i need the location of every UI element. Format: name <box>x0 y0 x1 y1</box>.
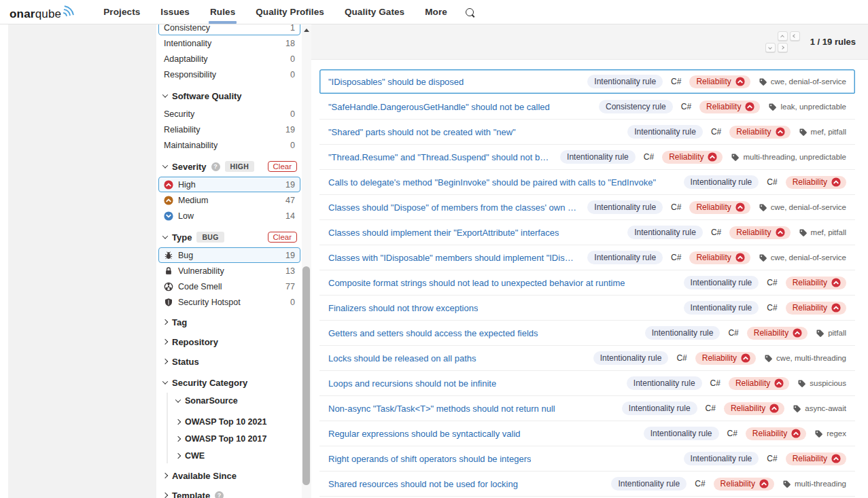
reliability-pill[interactable]: Reliability <box>689 75 750 88</box>
attribute-pill[interactable]: Intentionality rule <box>627 376 702 390</box>
scroll-up-arrow-icon[interactable] <box>304 29 309 32</box>
rule-row[interactable]: Locks should be released on all pathsInt… <box>319 346 855 371</box>
language-label[interactable]: C# <box>671 253 681 262</box>
rule-tags[interactable]: cwe, multi-threading <box>764 354 846 363</box>
reliability-pill[interactable]: Reliability <box>729 377 789 390</box>
attribute-pill[interactable]: Intentionality rule <box>645 326 721 340</box>
attribute-pill[interactable]: Intentionality rule <box>644 427 719 440</box>
clear-type-filter-button[interactable]: Clear <box>268 232 297 243</box>
nav-item-quality-profiles[interactable]: Quality Profiles <box>245 0 334 24</box>
reliability-pill[interactable]: Reliability <box>662 151 723 164</box>
rule-row[interactable]: "Thread.Resume" and "Thread.Suspend" sho… <box>319 145 855 170</box>
language-label[interactable]: C# <box>711 228 721 237</box>
facet-header-tag[interactable]: Tag <box>163 315 297 330</box>
attribute-pill[interactable]: Intentionality rule <box>684 301 759 315</box>
rule-title-link[interactable]: Non-async "Task/Task<T>" methods should … <box>328 404 555 414</box>
rule-tags[interactable]: cwe, denial-of-service <box>759 203 846 212</box>
rule-title-link[interactable]: Right operands of shift operators should… <box>328 454 531 464</box>
language-label[interactable]: C# <box>767 278 777 287</box>
reliability-pill[interactable]: Reliability <box>714 478 774 491</box>
rule-row[interactable]: Composite format strings should not lead… <box>319 270 855 296</box>
facet-value-security[interactable]: Security0 <box>158 106 300 122</box>
language-label[interactable]: C# <box>676 353 687 363</box>
nav-item-issues[interactable]: Issues <box>150 0 200 24</box>
rule-row[interactable]: "SafeHandle.DangerousGetHandle" should n… <box>319 94 855 120</box>
facet-header-available-since[interactable]: Available Since <box>163 468 297 483</box>
language-label[interactable]: C# <box>671 77 681 86</box>
attribute-pill[interactable]: Intentionality rule <box>684 276 759 289</box>
attribute-pill[interactable]: Intentionality rule <box>611 477 687 491</box>
rule-tags[interactable]: pitfall <box>816 329 846 338</box>
rule-title-link[interactable]: Getters and setters should access the ex… <box>328 328 538 338</box>
language-label[interactable]: C# <box>706 404 716 413</box>
reliability-pill[interactable]: Reliability <box>699 101 760 113</box>
attribute-pill[interactable]: Intentionality rule <box>627 226 703 239</box>
attribute-pill[interactable]: Intentionality rule <box>587 75 663 88</box>
attribute-pill[interactable]: Intentionality rule <box>587 251 663 264</box>
reliability-pill[interactable]: Reliability <box>747 327 808 340</box>
rule-row[interactable]: Classes with "IDisposable" members shoul… <box>319 245 855 270</box>
language-label[interactable]: C# <box>644 152 654 162</box>
rule-tags[interactable]: leak, unpredictable <box>768 103 846 111</box>
rule-tags[interactable]: multi-threading <box>782 480 846 488</box>
rule-tags[interactable]: suspicious <box>797 379 846 388</box>
rule-row[interactable]: Classes should "Dispose" of members from… <box>319 195 855 220</box>
rule-title-link[interactable]: Regular expressions should be syntactica… <box>328 429 521 439</box>
reliability-pill[interactable]: Reliability <box>746 427 806 440</box>
facet-value-adaptability[interactable]: Adaptability0 <box>158 51 300 67</box>
facet-value-consistency[interactable]: Consistency1 <box>158 24 300 35</box>
facet-header-type[interactable]: TypeBUGClear <box>163 230 297 245</box>
rule-row[interactable]: Finalizers should not throw exceptionsIn… <box>319 296 855 321</box>
language-label[interactable]: C# <box>767 454 777 463</box>
search-button[interactable] <box>457 8 482 16</box>
reliability-pill[interactable]: Reliability <box>689 251 750 264</box>
nav-item-rules[interactable]: Rules <box>200 0 245 24</box>
facet-header-template[interactable]: Template? <box>163 488 297 498</box>
facet-value-security-hotspot[interactable]: Security Hotspot0 <box>158 294 300 310</box>
facet-value-medium[interactable]: Medium47 <box>158 192 300 208</box>
reliability-pill[interactable]: Reliability <box>724 402 784 415</box>
language-label[interactable]: C# <box>767 177 777 187</box>
reliability-pill[interactable]: Reliability <box>729 226 790 239</box>
rule-title-link[interactable]: Composite format strings should not lead… <box>328 278 625 288</box>
rule-row[interactable]: Right operands of shift operators should… <box>319 446 855 472</box>
rule-row[interactable]: Shared resources should not be used for … <box>319 472 855 497</box>
rule-row[interactable]: "Shared" parts should not be created wit… <box>319 120 855 145</box>
rule-title-link[interactable]: "Thread.Resume" and "Thread.Suspend" sho… <box>328 152 551 162</box>
reliability-pill[interactable]: Reliability <box>786 452 846 465</box>
rule-tags[interactable]: cwe, denial-of-service <box>759 77 846 86</box>
facet-header-cwe[interactable]: CWE <box>176 448 300 463</box>
facet-value-responsibility[interactable]: Responsibility0 <box>158 67 300 82</box>
rule-row[interactable]: Getters and setters should access the ex… <box>319 321 855 346</box>
facet-value-vulnerability[interactable]: Vulnerability13 <box>158 263 300 279</box>
clear-severity-filter-button[interactable]: Clear <box>268 161 297 172</box>
rule-row[interactable]: Regular expressions should be syntactica… <box>319 421 855 446</box>
rule-row[interactable]: Classes should implement their "ExportAt… <box>319 220 855 245</box>
facet-value-intentionality[interactable]: Intentionality18 <box>158 35 300 51</box>
attribute-pill[interactable]: Intentionality rule <box>560 150 636 164</box>
rule-title-link[interactable]: "SafeHandle.DangerousGetHandle" should n… <box>328 102 550 112</box>
facet-value-reliability[interactable]: Reliability19 <box>158 122 300 137</box>
rule-title-link[interactable]: Classes with "IDisposable" members shoul… <box>328 253 578 263</box>
help-icon[interactable]: ? <box>215 491 224 498</box>
rule-tags[interactable]: regex <box>814 429 846 438</box>
reliability-pill[interactable]: Reliability <box>695 352 756 365</box>
facet-value-bug[interactable]: Bug19 <box>158 247 300 263</box>
language-label[interactable]: C# <box>711 127 721 137</box>
rule-tags[interactable]: mef, pitfall <box>799 228 846 237</box>
facet-value-maintainability[interactable]: Maintainability0 <box>158 137 300 153</box>
reliability-pill[interactable]: Reliability <box>786 302 846 315</box>
rule-row[interactable]: Non-async "Task/Task<T>" methods should … <box>319 396 855 421</box>
nav-item-more[interactable]: More <box>415 0 457 24</box>
facet-header-owasp-top-10-2017[interactable]: OWASP Top 10 2017 <box>176 431 300 446</box>
nav-item-quality-gates[interactable]: Quality Gates <box>334 0 415 24</box>
rule-row[interactable]: Loops and recursions should not be infin… <box>319 371 855 396</box>
attribute-pill[interactable]: Intentionality rule <box>684 175 759 189</box>
attribute-pill[interactable]: Intentionality rule <box>622 402 697 415</box>
rule-row[interactable]: "IDisposables" should be disposedIntenti… <box>319 69 855 94</box>
facet-header-sonarsource[interactable]: SonarSource <box>176 393 300 408</box>
language-label[interactable]: C# <box>710 378 721 388</box>
rule-title-link[interactable]: "IDisposables" should be disposed <box>328 77 464 87</box>
rule-title-link[interactable]: Calls to delegate's method "BeginInvoke"… <box>328 177 656 188</box>
nav-item-projects[interactable]: Projects <box>93 0 150 24</box>
